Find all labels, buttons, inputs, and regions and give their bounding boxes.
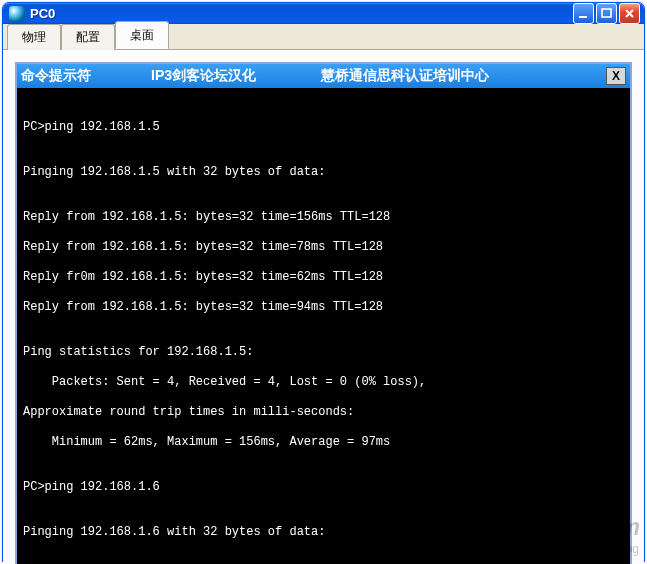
tab-physical[interactable]: 物理 (7, 24, 61, 50)
console-frame: 命令提示符 IP3剑客论坛汉化 慧桥通信思科认证培训中心 X PC>ping 1… (15, 62, 632, 564)
terminal-line: Reply from 192.168.1.5: bytes=32 time=94… (23, 300, 624, 315)
tab-config[interactable]: 配置 (61, 24, 115, 50)
terminal-line: Approximate round trip times in milli-se… (23, 405, 624, 420)
svg-rect-0 (579, 16, 587, 18)
app-window: PC0 物理 配置 桌面 命令提示符 IP3剑客论坛汉化 慧桥通信思科认证培训中… (2, 2, 645, 562)
console-titlebar[interactable]: 命令提示符 IP3剑客论坛汉化 慧桥通信思科认证培训中心 X (17, 64, 630, 88)
close-button[interactable] (619, 3, 640, 24)
terminal-line: Packets: Sent = 4, Received = 4, Lost = … (23, 375, 624, 390)
maximize-button[interactable] (596, 3, 617, 24)
window-title: PC0 (30, 6, 573, 21)
terminal-line: PC>ping 192.168.1.5 (23, 120, 624, 135)
tab-desktop[interactable]: 桌面 (115, 21, 169, 49)
terminal-line: Minimum = 62ms, Maximum = 156ms, Average… (23, 435, 624, 450)
terminal-line: Reply from 192.168.1.5: bytes=32 time=78… (23, 240, 624, 255)
svg-rect-1 (602, 9, 611, 17)
terminal-line: Pinging 192.168.1.5 with 32 bytes of dat… (23, 165, 624, 180)
minimize-button[interactable] (573, 3, 594, 24)
maximize-icon (600, 7, 613, 20)
console-close-button[interactable]: X (606, 67, 626, 85)
terminal-line: PC>ping 192.168.1.6 (23, 480, 624, 495)
console-title-seg1: 命令提示符 (21, 67, 151, 85)
client-area: 命令提示符 IP3剑客论坛汉化 慧桥通信思科认证培训中心 X PC>ping 1… (3, 50, 644, 564)
minimize-icon (577, 7, 590, 20)
terminal[interactable]: PC>ping 192.168.1.5 Pinging 192.168.1.5 … (17, 88, 630, 564)
window-buttons (573, 3, 640, 24)
terminal-line: Reply from 192.168.1.5: bytes=32 time=15… (23, 210, 624, 225)
console-title-seg3: 慧桥通信思科认证培训中心 (321, 67, 606, 85)
close-icon (623, 7, 636, 20)
tabbar: 物理 配置 桌面 (3, 24, 644, 50)
console-title-seg2: IP3剑客论坛汉化 (151, 67, 321, 85)
terminal-line: Pinging 192.168.1.6 with 32 bytes of dat… (23, 525, 624, 540)
terminal-line: Ping statistics for 192.168.1.5: (23, 345, 624, 360)
terminal-line: Reply fr0m 192.168.1.5: bytes=32 time=62… (23, 270, 624, 285)
titlebar[interactable]: PC0 (3, 3, 644, 24)
app-icon (9, 6, 25, 22)
